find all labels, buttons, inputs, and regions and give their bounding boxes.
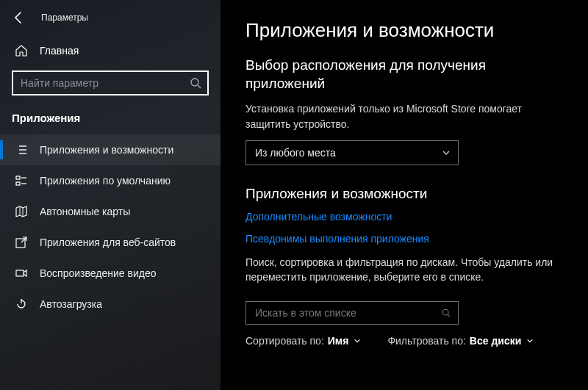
sidebar-item-label: Приложения по умолчанию (40, 175, 171, 187)
apps-search-input[interactable] (255, 307, 440, 319)
sidebar-group-title: Приложения (0, 104, 220, 134)
svg-line-15 (21, 237, 26, 242)
apps-section-heading: Приложения и возможности (245, 186, 563, 202)
sidebar: Параметры Главная Приложения Приложен (0, 0, 220, 390)
sidebar-item-label: Воспроизведение видео (40, 267, 156, 279)
map-icon (15, 205, 28, 218)
dropdown-value: Из любого места (255, 147, 336, 159)
titlebar: Параметры (0, 0, 220, 32)
window-title: Параметры (41, 12, 88, 23)
open-external-icon (15, 236, 28, 249)
sidebar-item-default-apps[interactable]: Приложения по умолчанию (0, 165, 220, 196)
search-icon (190, 77, 201, 89)
sort-value: Имя (328, 335, 349, 347)
sidebar-item-video-playback[interactable]: Воспроизведение видео (0, 258, 220, 289)
sidebar-item-website-apps[interactable]: Приложения для веб-сайтов (0, 227, 220, 258)
list-icon (15, 143, 28, 156)
search-container (0, 65, 220, 104)
sidebar-item-label: Автономные карты (40, 206, 130, 217)
filter-by-dropdown[interactable]: Фильтровать по: Все диски (387, 335, 534, 347)
home-icon (15, 44, 28, 57)
video-icon (15, 267, 28, 280)
sidebar-item-label: Автозагрузка (40, 298, 102, 310)
sidebar-item-startup[interactable]: Автозагрузка (0, 289, 220, 319)
sort-filter-row: Сортировать по: Имя Фильтровать по: Все … (245, 335, 563, 347)
svg-point-0 (191, 79, 198, 86)
apps-section-helper: Поиск, сортировка и фильтрация по дискам… (245, 255, 563, 285)
install-source-dropdown[interactable]: Из любого места (245, 140, 459, 165)
sidebar-item-label: Приложения для веб-сайтов (40, 236, 176, 248)
arrow-left-icon (12, 10, 26, 25)
defaults-icon (15, 174, 28, 187)
sidebar-nav: Приложения и возможности Приложения по у… (0, 134, 220, 319)
search-box[interactable] (12, 71, 209, 95)
sidebar-item-offline-maps[interactable]: Автономные карты (0, 196, 220, 227)
svg-line-1 (198, 85, 201, 88)
search-input[interactable] (21, 77, 190, 89)
svg-point-18 (442, 309, 448, 315)
chevron-down-icon (442, 148, 451, 157)
svg-rect-8 (16, 176, 20, 179)
home-label: Главная (40, 45, 79, 57)
filter-value: Все диски (470, 335, 521, 347)
main-content: Приложения и возможности Выбор расположе… (220, 0, 588, 390)
svg-rect-16 (16, 270, 24, 276)
chevron-down-icon (354, 337, 361, 344)
home-button[interactable]: Главная (0, 37, 220, 65)
install-section-helper: Установка приложений только из Microsoft… (245, 101, 563, 131)
chevron-down-icon (526, 337, 534, 344)
back-button[interactable] (12, 10, 26, 25)
sort-label: Сортировать по: (245, 335, 324, 347)
page-title: Приложения и возможности (245, 19, 563, 42)
sidebar-item-label: Приложения и возможности (40, 144, 173, 156)
sidebar-item-apps-features[interactable]: Приложения и возможности (0, 134, 220, 165)
sort-by-dropdown[interactable]: Сортировать по: Имя (245, 335, 361, 347)
svg-rect-9 (16, 182, 20, 185)
install-section-heading: Выбор расположения для получения приложе… (245, 57, 563, 93)
apps-search-box[interactable] (245, 301, 459, 325)
optional-features-link[interactable]: Дополнительные возможности (245, 211, 563, 223)
app-aliases-link[interactable]: Псевдонимы выполнения приложения (245, 233, 563, 245)
filter-label: Фильтровать по: (387, 335, 465, 347)
search-icon (440, 307, 452, 319)
startup-icon (15, 297, 28, 311)
svg-line-19 (448, 314, 450, 317)
